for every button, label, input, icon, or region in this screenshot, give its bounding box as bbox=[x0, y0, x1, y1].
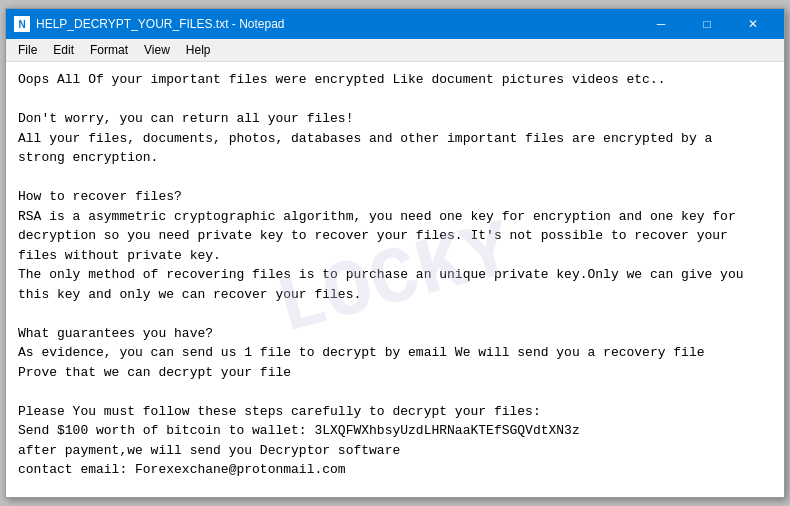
menu-bar: FileEditFormatViewHelp bbox=[6, 39, 784, 62]
close-button[interactable]: ✕ bbox=[730, 9, 776, 39]
title-bar: N HELP_DECRYPT_YOUR_FILES.txt - Notepad … bbox=[6, 9, 784, 39]
maximize-button[interactable]: □ bbox=[684, 9, 730, 39]
menu-item-edit[interactable]: Edit bbox=[45, 41, 82, 59]
menu-item-help[interactable]: Help bbox=[178, 41, 219, 59]
minimize-button[interactable]: ─ bbox=[638, 9, 684, 39]
content-area[interactable]: LOCKY Oops All Of your important files w… bbox=[6, 62, 784, 497]
ransom-note-text: Oops All Of your important files were en… bbox=[18, 70, 772, 497]
title-bar-left: N HELP_DECRYPT_YOUR_FILES.txt - Notepad bbox=[14, 16, 285, 32]
menu-item-view[interactable]: View bbox=[136, 41, 178, 59]
notepad-icon: N bbox=[14, 16, 30, 32]
title-bar-controls: ─ □ ✕ bbox=[638, 9, 776, 39]
menu-item-format[interactable]: Format bbox=[82, 41, 136, 59]
notepad-window: N HELP_DECRYPT_YOUR_FILES.txt - Notepad … bbox=[5, 8, 785, 498]
window-title: HELP_DECRYPT_YOUR_FILES.txt - Notepad bbox=[36, 17, 285, 31]
menu-item-file[interactable]: File bbox=[10, 41, 45, 59]
